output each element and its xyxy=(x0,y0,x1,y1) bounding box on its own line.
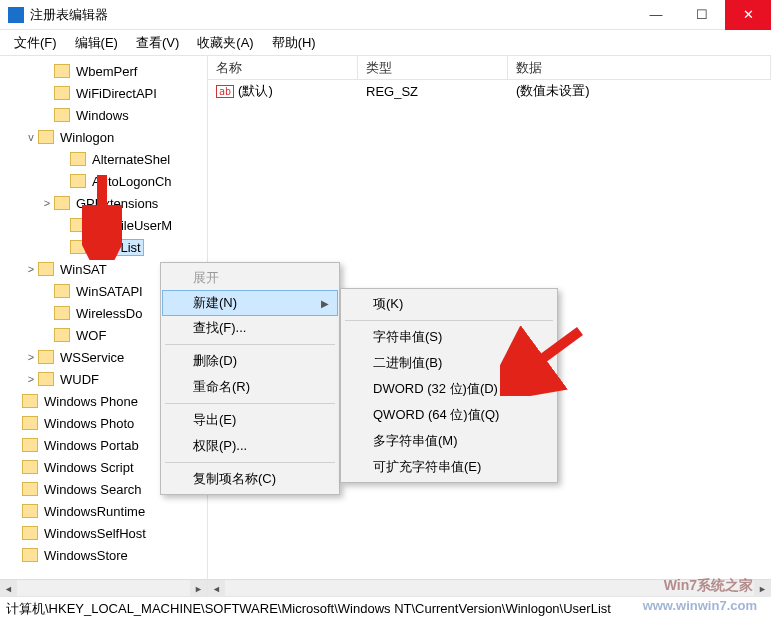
menu-item[interactable]: DWORD (32 位)值(D) xyxy=(343,376,555,402)
tree-node-label: Windows Phone xyxy=(42,394,140,409)
tree-node-label: GPExtensions xyxy=(74,196,160,211)
context-submenu-new[interactable]: 项(K)字符串值(S)二进制值(B)DWORD (32 位)值(D)QWORD … xyxy=(340,288,558,483)
tree-node-label: AutoLogonCh xyxy=(90,174,174,189)
menu-item[interactable]: 查看(V) xyxy=(128,32,187,54)
folder-icon xyxy=(54,284,70,298)
folder-icon xyxy=(70,218,86,232)
cell-type: REG_SZ xyxy=(358,84,508,99)
list-row[interactable]: (默认)REG_SZ(数值未设置) xyxy=(208,80,771,102)
expand-icon[interactable]: > xyxy=(24,373,38,385)
list-scrollbar[interactable]: ◄ ► xyxy=(208,579,771,596)
tree-node-label: WbemPerf xyxy=(74,64,139,79)
folder-icon xyxy=(22,416,38,430)
menu-item[interactable]: 多字符串值(M) xyxy=(343,428,555,454)
tree-node-label: WirelessDo xyxy=(74,306,144,321)
tree-node-label: Windows xyxy=(74,108,131,123)
status-path: 计算机\HKEY_LOCAL_MACHINE\SOFTWARE\Microsof… xyxy=(0,600,771,618)
title-bar: 注册表编辑器 — ☐ ✕ xyxy=(0,0,771,30)
folder-icon xyxy=(54,328,70,342)
scroll-left-icon[interactable]: ◄ xyxy=(208,580,225,597)
list-header: 名称 类型 数据 xyxy=(208,56,771,80)
folder-icon xyxy=(54,64,70,78)
menu-item[interactable]: 字符串值(S) xyxy=(343,324,555,350)
tree-node[interactable]: >GPExtensions xyxy=(0,192,207,214)
menu-item[interactable]: 导出(E) xyxy=(163,407,337,433)
scroll-track[interactable] xyxy=(17,580,190,596)
menu-item[interactable]: 文件(F) xyxy=(6,32,65,54)
tree-scrollbar[interactable]: ◄ ► xyxy=(0,579,207,596)
tree-node[interactable]: AutoLogonCh xyxy=(0,170,207,192)
scroll-track[interactable] xyxy=(225,580,754,596)
tree-node[interactable]: WindowsSelfHost xyxy=(0,522,207,544)
folder-icon xyxy=(22,548,38,562)
tree-node[interactable]: Windows xyxy=(0,104,207,126)
tree-node-label: AlternateShel xyxy=(90,152,172,167)
folder-icon xyxy=(70,174,86,188)
expand-icon[interactable]: > xyxy=(24,263,38,275)
folder-icon xyxy=(70,152,86,166)
menu-separator xyxy=(165,344,335,345)
tree-node-label: WindowsRuntime xyxy=(42,504,147,519)
tree-node-label: WiFiDirectAPI xyxy=(74,86,159,101)
menu-item[interactable]: 删除(D) xyxy=(163,348,337,374)
minimize-button[interactable]: — xyxy=(633,0,679,30)
tree-node-label: WOF xyxy=(74,328,108,343)
menu-item[interactable]: 查找(F)... xyxy=(163,315,337,341)
tree-node-label: UserList xyxy=(90,239,144,256)
window-buttons: — ☐ ✕ xyxy=(633,0,771,30)
tree-node-label: Windows Search xyxy=(42,482,144,497)
menu-item[interactable]: 可扩充字符串值(E) xyxy=(343,454,555,480)
tree-node-label: WUDF xyxy=(58,372,101,387)
menu-bar: 文件(F)编辑(E)查看(V)收藏夹(A)帮助(H) xyxy=(0,30,771,56)
status-bar: 计算机\HKEY_LOCAL_MACHINE\SOFTWARE\Microsof… xyxy=(0,596,771,620)
scroll-right-icon[interactable]: ► xyxy=(190,580,207,596)
tree-node[interactable]: WindowsRuntime xyxy=(0,500,207,522)
menu-item[interactable]: QWORD (64 位)值(Q) xyxy=(343,402,555,428)
menu-item[interactable]: 项(K) xyxy=(343,291,555,317)
col-type[interactable]: 类型 xyxy=(358,56,508,79)
folder-icon xyxy=(54,306,70,320)
menu-item[interactable]: 重命名(R) xyxy=(163,374,337,400)
window-title: 注册表编辑器 xyxy=(30,6,633,24)
folder-icon xyxy=(38,372,54,386)
tree-node[interactable]: vWinlogon xyxy=(0,126,207,148)
tree-node[interactable]: WiFiDirectAPI xyxy=(0,82,207,104)
context-menu[interactable]: 展开新建(N)▶查找(F)...删除(D)重命名(R)导出(E)权限(P)...… xyxy=(160,262,340,495)
folder-icon xyxy=(22,526,38,540)
expand-icon[interactable]: > xyxy=(40,197,54,209)
menu-item[interactable]: 二进制值(B) xyxy=(343,350,555,376)
tree-node-label: WindowsStore xyxy=(42,548,130,563)
tree-node-label: Windows Photo xyxy=(42,416,136,431)
scroll-right-icon[interactable]: ► xyxy=(754,580,771,597)
menu-item[interactable]: 帮助(H) xyxy=(264,32,324,54)
folder-icon xyxy=(22,460,38,474)
tree-node[interactable]: WindowsStore xyxy=(0,544,207,566)
menu-item[interactable]: 新建(N)▶ xyxy=(162,290,338,316)
menu-item[interactable]: 权限(P)... xyxy=(163,433,337,459)
folder-icon xyxy=(38,130,54,144)
menu-item[interactable]: 复制项名称(C) xyxy=(163,466,337,492)
expand-icon[interactable]: v xyxy=(24,131,38,143)
folder-icon xyxy=(22,504,38,518)
menu-item: 展开 xyxy=(163,265,337,291)
tree-node[interactable]: AlternateShel xyxy=(0,148,207,170)
maximize-button[interactable]: ☐ xyxy=(679,0,725,30)
tree-node[interactable]: UserList xyxy=(0,236,207,258)
tree-node-label: WSService xyxy=(58,350,126,365)
menu-item[interactable]: 编辑(E) xyxy=(67,32,126,54)
menu-separator xyxy=(165,403,335,404)
col-name[interactable]: 名称 xyxy=(208,56,358,79)
folder-icon xyxy=(22,438,38,452)
tree-node[interactable]: WbemPerf xyxy=(0,60,207,82)
tree-node[interactable]: VolatileUserM xyxy=(0,214,207,236)
menu-item[interactable]: 收藏夹(A) xyxy=(189,32,261,54)
expand-icon[interactable]: > xyxy=(24,351,38,363)
col-data[interactable]: 数据 xyxy=(508,56,771,79)
close-button[interactable]: ✕ xyxy=(725,0,771,30)
regedit-icon xyxy=(8,7,24,23)
folder-icon xyxy=(54,108,70,122)
scroll-left-icon[interactable]: ◄ xyxy=(0,580,17,596)
folder-icon xyxy=(70,240,86,254)
menu-separator xyxy=(345,320,553,321)
tree-node-label: Windows Script xyxy=(42,460,136,475)
